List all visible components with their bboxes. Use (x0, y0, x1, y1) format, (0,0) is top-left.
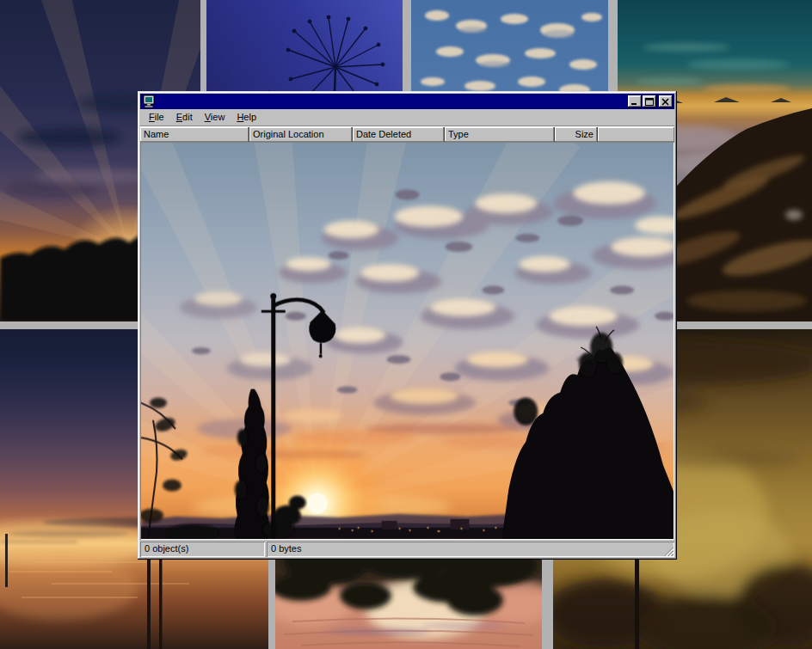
column-header-type[interactable]: Type (445, 127, 555, 142)
status-byte-count: 0 bytes (267, 542, 674, 557)
menu-bar: File Edit View Help (140, 110, 674, 126)
minimize-button[interactable] (628, 95, 642, 107)
close-button[interactable] (659, 95, 673, 107)
menu-file[interactable]: File (143, 110, 170, 126)
column-header-blank (598, 127, 674, 142)
menu-help[interactable]: Help (231, 110, 262, 126)
column-header-original-location[interactable]: Original Location (249, 127, 353, 142)
status-object-count: 0 object(s) (140, 542, 265, 557)
column-header-date-deleted[interactable]: Date Deleted (353, 127, 445, 142)
column-header-name[interactable]: Name (140, 127, 249, 142)
maximize-icon (645, 98, 654, 106)
column-header-row: Name Original Location Date Deleted Type… (140, 127, 674, 142)
recycle-bin-window: File Edit View Help Name Original Locati… (138, 91, 677, 560)
title-bar[interactable] (140, 94, 674, 109)
close-icon (661, 98, 670, 106)
computer-icon (142, 95, 156, 108)
window-system-icon[interactable] (142, 95, 156, 108)
menu-edit[interactable]: Edit (170, 110, 199, 126)
minimize-icon (631, 98, 639, 106)
resize-grip[interactable] (662, 545, 674, 556)
desktop: { "colors": { "titlebar": "#000080", "wi… (0, 0, 812, 649)
column-header-size[interactable]: Size (555, 127, 598, 142)
menu-view[interactable]: View (199, 110, 231, 126)
sunset-streetlamp-photo (141, 143, 674, 539)
file-list-area[interactable] (140, 142, 674, 540)
status-bar: 0 object(s) 0 bytes (140, 542, 674, 557)
maximize-button[interactable] (643, 95, 656, 107)
